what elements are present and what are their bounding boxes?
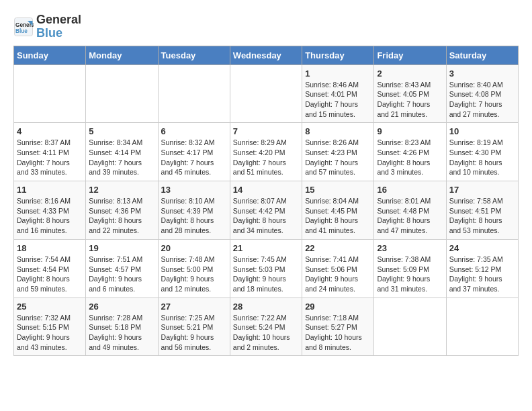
calendar-table: SundayMondayTuesdayWednesdayThursdayFrid… xyxy=(13,46,519,357)
header-cell-friday: Friday xyxy=(374,46,446,64)
day-info: Sunrise: 8:32 AMSunset: 4:17 PMDaylight:… xyxy=(161,138,227,177)
day-cell: 6 Sunrise: 8:32 AMSunset: 4:17 PMDayligh… xyxy=(158,123,230,181)
header-cell-saturday: Saturday xyxy=(446,46,518,64)
day-info: Sunrise: 7:35 AMSunset: 5:12 PMDaylight:… xyxy=(449,255,515,294)
day-number: 4 xyxy=(17,126,83,136)
day-number: 27 xyxy=(161,302,227,312)
day-info: Sunrise: 8:04 AMSunset: 4:45 PMDaylight:… xyxy=(305,196,371,236)
day-info: Sunrise: 8:37 AMSunset: 4:11 PMDaylight:… xyxy=(17,138,83,177)
header-cell-thursday: Thursday xyxy=(302,46,374,64)
day-number: 24 xyxy=(449,243,515,253)
day-cell: 24 Sunrise: 7:35 AMSunset: 5:12 PMDaylig… xyxy=(446,239,518,298)
day-info: Sunrise: 7:18 AMSunset: 5:27 PMDaylight:… xyxy=(305,313,371,353)
day-cell xyxy=(158,64,230,123)
day-info: Sunrise: 7:22 AMSunset: 5:24 PMDaylight:… xyxy=(233,313,299,353)
day-cell: 28 Sunrise: 7:22 AMSunset: 5:24 PMDaylig… xyxy=(230,298,302,356)
day-cell: 21 Sunrise: 7:45 AMSunset: 5:03 PMDaylig… xyxy=(230,239,302,298)
header-cell-wednesday: Wednesday xyxy=(230,46,302,64)
day-info: Sunrise: 7:58 AMSunset: 4:51 PMDaylight:… xyxy=(449,196,515,236)
day-cell: 29 Sunrise: 7:18 AMSunset: 5:27 PMDaylig… xyxy=(302,298,374,356)
day-info: Sunrise: 8:16 AMSunset: 4:33 PMDaylight:… xyxy=(17,196,83,236)
day-info: Sunrise: 8:46 AMSunset: 4:01 PMDaylight:… xyxy=(305,80,371,120)
header-cell-monday: Monday xyxy=(86,46,158,64)
week-row-2: 4 Sunrise: 8:37 AMSunset: 4:11 PMDayligh… xyxy=(14,123,519,181)
logo: General Blue GeneralBlue xyxy=(13,13,81,40)
day-info: Sunrise: 8:10 AMSunset: 4:39 PMDaylight:… xyxy=(161,196,227,236)
day-info: Sunrise: 7:51 AMSunset: 4:57 PMDaylight:… xyxy=(89,255,154,294)
day-number: 17 xyxy=(449,185,515,195)
day-cell: 20 Sunrise: 7:48 AMSunset: 5:00 PMDaylig… xyxy=(158,239,230,298)
day-cell xyxy=(86,64,158,123)
day-number: 1 xyxy=(305,68,371,79)
day-number: 10 xyxy=(449,126,515,136)
day-info: Sunrise: 7:41 AMSunset: 5:06 PMDaylight:… xyxy=(305,255,371,294)
day-number: 9 xyxy=(377,126,443,136)
day-cell: 18 Sunrise: 7:54 AMSunset: 4:54 PMDaylig… xyxy=(14,239,86,298)
day-cell: 14 Sunrise: 8:07 AMSunset: 4:42 PMDaylig… xyxy=(230,181,302,240)
week-row-4: 18 Sunrise: 7:54 AMSunset: 4:54 PMDaylig… xyxy=(14,239,519,298)
svg-text:Blue: Blue xyxy=(15,28,28,34)
day-info: Sunrise: 7:54 AMSunset: 4:54 PMDaylight:… xyxy=(17,255,83,294)
day-number: 29 xyxy=(305,302,371,312)
logo-text: GeneralBlue xyxy=(36,13,81,40)
header-row: SundayMondayTuesdayWednesdayThursdayFrid… xyxy=(14,46,519,64)
day-number: 2 xyxy=(377,68,443,79)
day-number: 23 xyxy=(377,243,443,253)
day-cell: 15 Sunrise: 8:04 AMSunset: 4:45 PMDaylig… xyxy=(302,181,374,240)
day-number: 20 xyxy=(161,243,227,253)
day-number: 11 xyxy=(17,185,83,195)
day-number: 25 xyxy=(17,302,83,312)
week-row-5: 25 Sunrise: 7:32 AMSunset: 5:15 PMDaylig… xyxy=(14,298,519,356)
day-info: Sunrise: 8:23 AMSunset: 4:26 PMDaylight:… xyxy=(377,138,443,177)
day-info: Sunrise: 7:32 AMSunset: 5:15 PMDaylight:… xyxy=(17,313,83,353)
day-number: 22 xyxy=(305,243,371,253)
day-info: Sunrise: 8:13 AMSunset: 4:36 PMDaylight:… xyxy=(89,196,154,236)
header-cell-sunday: Sunday xyxy=(14,46,86,64)
day-info: Sunrise: 8:29 AMSunset: 4:20 PMDaylight:… xyxy=(233,138,299,177)
day-info: Sunrise: 7:45 AMSunset: 5:03 PMDaylight:… xyxy=(233,255,299,294)
day-cell: 11 Sunrise: 8:16 AMSunset: 4:33 PMDaylig… xyxy=(14,181,86,240)
day-cell: 5 Sunrise: 8:34 AMSunset: 4:14 PMDayligh… xyxy=(86,123,158,181)
day-number: 7 xyxy=(233,126,299,136)
day-number: 6 xyxy=(161,126,227,136)
day-info: Sunrise: 7:25 AMSunset: 5:21 PMDaylight:… xyxy=(161,313,227,353)
day-cell xyxy=(230,64,302,123)
day-cell: 17 Sunrise: 7:58 AMSunset: 4:51 PMDaylig… xyxy=(446,181,518,240)
day-cell: 2 Sunrise: 8:43 AMSunset: 4:05 PMDayligh… xyxy=(374,64,446,123)
day-number: 14 xyxy=(233,185,299,195)
day-info: Sunrise: 7:28 AMSunset: 5:18 PMDaylight:… xyxy=(89,313,154,353)
day-info: Sunrise: 8:40 AMSunset: 4:08 PMDaylight:… xyxy=(449,80,515,120)
day-number: 5 xyxy=(89,126,154,136)
day-cell: 16 Sunrise: 8:01 AMSunset: 4:48 PMDaylig… xyxy=(374,181,446,240)
day-number: 16 xyxy=(377,185,443,195)
day-cell: 1 Sunrise: 8:46 AMSunset: 4:01 PMDayligh… xyxy=(302,64,374,123)
week-row-3: 11 Sunrise: 8:16 AMSunset: 4:33 PMDaylig… xyxy=(14,181,519,240)
day-number: 19 xyxy=(89,243,154,253)
day-cell: 26 Sunrise: 7:28 AMSunset: 5:18 PMDaylig… xyxy=(86,298,158,356)
day-info: Sunrise: 7:48 AMSunset: 5:00 PMDaylight:… xyxy=(161,255,227,294)
day-info: Sunrise: 7:38 AMSunset: 5:09 PMDaylight:… xyxy=(377,255,443,294)
calendar-body: 1 Sunrise: 8:46 AMSunset: 4:01 PMDayligh… xyxy=(14,64,519,356)
day-number: 12 xyxy=(89,185,154,195)
day-info: Sunrise: 8:01 AMSunset: 4:48 PMDaylight:… xyxy=(377,196,443,236)
day-cell: 7 Sunrise: 8:29 AMSunset: 4:20 PMDayligh… xyxy=(230,123,302,181)
day-cell: 12 Sunrise: 8:13 AMSunset: 4:36 PMDaylig… xyxy=(86,181,158,240)
day-cell: 19 Sunrise: 7:51 AMSunset: 4:57 PMDaylig… xyxy=(86,239,158,298)
day-cell xyxy=(446,298,518,356)
week-row-1: 1 Sunrise: 8:46 AMSunset: 4:01 PMDayligh… xyxy=(14,64,519,123)
day-cell: 10 Sunrise: 8:19 AMSunset: 4:30 PMDaylig… xyxy=(446,123,518,181)
day-info: Sunrise: 8:07 AMSunset: 4:42 PMDaylight:… xyxy=(233,196,299,236)
day-number: 28 xyxy=(233,302,299,312)
day-cell: 27 Sunrise: 7:25 AMSunset: 5:21 PMDaylig… xyxy=(158,298,230,356)
day-number: 15 xyxy=(305,185,371,195)
day-cell: 9 Sunrise: 8:23 AMSunset: 4:26 PMDayligh… xyxy=(374,123,446,181)
day-info: Sunrise: 8:26 AMSunset: 4:23 PMDaylight:… xyxy=(305,138,371,177)
day-cell xyxy=(374,298,446,356)
calendar-header: SundayMondayTuesdayWednesdayThursdayFrid… xyxy=(14,46,519,64)
day-number: 26 xyxy=(89,302,154,312)
day-cell: 13 Sunrise: 8:10 AMSunset: 4:39 PMDaylig… xyxy=(158,181,230,240)
day-cell: 3 Sunrise: 8:40 AMSunset: 4:08 PMDayligh… xyxy=(446,64,518,123)
day-cell: 22 Sunrise: 7:41 AMSunset: 5:06 PMDaylig… xyxy=(302,239,374,298)
day-cell: 23 Sunrise: 7:38 AMSunset: 5:09 PMDaylig… xyxy=(374,239,446,298)
day-cell: 25 Sunrise: 7:32 AMSunset: 5:15 PMDaylig… xyxy=(14,298,86,356)
